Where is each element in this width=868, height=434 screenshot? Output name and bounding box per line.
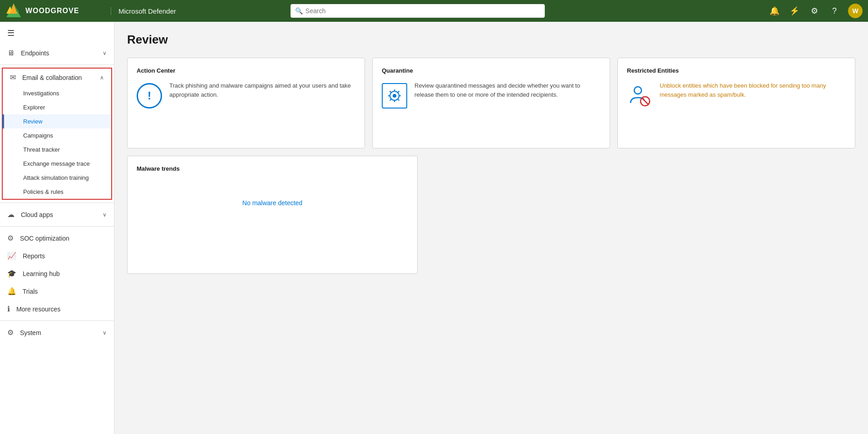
hamburger-menu-button[interactable]: ☰ [0,22,22,44]
more-resources-label: More resources [16,306,60,313]
help-button[interactable]: ? [828,5,841,17]
trials-label: Trials [23,288,38,295]
logo-area: WOODGROVE [5,3,105,19]
search-icon: 🔍 [295,7,303,15]
divider-3 [0,226,114,227]
blocked-user-icon [627,83,652,108]
trials-icon: 🔔 [7,287,16,295]
main-content: Review Action Center ! Track phishing an… [114,22,868,434]
cards-row-bottom: Malware trends No malware detected [127,156,855,274]
settings-button[interactable]: ⚙ [808,5,821,17]
search-box[interactable]: 🔍 [291,4,545,18]
restricted-entities-description: Unblock entities which have been blocked… [660,81,846,99]
sidebar-item-policies-rules[interactable]: Policies & rules [3,185,111,199]
action-center-card: Action Center ! Track phishing and malwa… [127,58,365,148]
soc-label: SOC optimization [20,235,69,242]
quarantine-card: Quarantine [372,58,610,148]
no-malware-text: No malware detected [137,199,408,207]
email-chevron-icon: ∧ [100,74,104,81]
cloud-apps-label: Cloud apps [21,211,53,218]
restricted-entities-icon [627,83,652,110]
divider-4 [0,321,114,321]
quarantine-icon [382,83,407,108]
restricted-entities-card: Restricted Entities Unblock entities whi… [617,58,855,148]
woodgrove-logo-icon [5,3,22,19]
topnav-icon-group: 🔔 ⚡ ⚙ ? W [768,4,863,18]
reports-label: Reports [23,252,45,260]
exclamation-circle-icon: ! [137,83,162,108]
system-icon: ⚙ [7,329,14,336]
sidebar-cloud-apps-toggle[interactable]: ☁ Cloud apps ∨ [0,206,114,223]
soc-icon: ⚙ [7,234,14,242]
system-chevron-icon: ∨ [103,330,107,336]
svg-line-11 [398,99,399,101]
learning-hub-label: Learning hub [23,270,60,277]
sidebar-item-investigations[interactable]: Investigations [3,86,111,100]
cloud-apps-icon: ☁ [7,211,15,218]
sidebar-item-learning-hub[interactable]: 🎓 Learning hub [0,265,114,282]
user-avatar[interactable]: W [848,4,863,18]
svg-point-5 [393,94,396,98]
page-title: Review [127,33,855,47]
svg-line-13 [390,99,391,101]
reports-icon: 📈 [7,252,16,260]
virus-icon [382,83,407,108]
more-resources-icon: ℹ [7,305,10,313]
logo-text: WOODGROVE [25,7,79,15]
system-label: System [20,329,41,336]
sidebar-item-explorer[interactable]: Explorer [3,100,111,114]
sidebar-system-toggle[interactable]: ⚙ System ∨ [0,324,114,341]
endpoints-label: Endpoints [21,49,49,57]
sidebar-email-collaboration-section: ✉ Email & collaboration ∧ Investigations… [2,68,112,200]
restricted-entities-body: Unblock entities which have been blocked… [627,81,846,110]
endpoints-chevron-icon: ∨ [103,50,107,56]
malware-trends-card: Malware trends No malware detected [127,156,418,274]
malware-trends-title: Malware trends [137,165,408,172]
sidebar-section-system: ⚙ System ∨ [0,324,114,341]
divider-1 [0,64,114,65]
main-layout: ☰ 🖥 Endpoints ∨ ✉ Email & collaboration … [0,22,868,434]
sidebar-item-threat-tracker[interactable]: Threat tracker [3,143,111,157]
quarantine-description: Review quarantined messages and decide w… [414,81,601,99]
sidebar-section-endpoints: 🖥 Endpoints ∨ [0,44,114,62]
divider-2 [0,202,114,203]
sidebar-item-trials[interactable]: 🔔 Trials [0,282,114,300]
sidebar-endpoints-toggle[interactable]: 🖥 Endpoints ∨ [0,44,114,62]
notification-bell-button[interactable]: 🔔 [768,5,781,17]
action-center-title: Action Center [137,67,355,74]
restricted-entities-title: Restricted Entities [627,67,846,74]
sidebar-item-reports[interactable]: 📈 Reports [0,247,114,265]
svg-line-10 [390,91,391,93]
sidebar-item-attack-simulation-training[interactable]: Attack simulation training [3,171,111,185]
quarantine-title: Quarantine [382,67,601,74]
connections-button[interactable]: ⚡ [788,5,801,17]
sidebar: ☰ 🖥 Endpoints ∨ ✉ Email & collaboration … [0,22,114,434]
top-navigation: WOODGROVE Microsoft Defender 🔍 🔔 ⚡ ⚙ ? W [0,0,868,22]
action-center-body: ! Track phishing and malware campaigns a… [137,81,355,108]
svg-line-16 [642,98,648,104]
sidebar-item-more-resources[interactable]: ℹ More resources [0,300,114,318]
cloud-apps-chevron-icon: ∨ [103,212,107,218]
sidebar-email-collaboration-toggle[interactable]: ✉ Email & collaboration ∧ [3,69,111,86]
sidebar-item-campaigns[interactable]: Campaigns [3,128,111,143]
quarantine-svg-icon [386,88,403,104]
learning-hub-icon: 🎓 [7,270,16,277]
sidebar-item-review[interactable]: Review [3,114,111,128]
action-center-icon: ! [137,83,162,108]
email-icon: ✉ [10,74,16,81]
sidebar-section-cloud-apps: ☁ Cloud apps ∨ [0,206,114,223]
sidebar-item-soc-optimization[interactable]: ⚙ SOC optimization [0,229,114,247]
cards-row-top: Action Center ! Track phishing and malwa… [127,58,855,148]
action-center-description: Track phishing and malware campaigns aim… [169,81,355,99]
search-input[interactable] [306,7,540,15]
sidebar-item-exchange-message-trace[interactable]: Exchange message trace [3,157,111,171]
app-title: Microsoft Defender [111,7,176,15]
email-collaboration-label: Email & collaboration [22,74,82,81]
svg-point-14 [634,87,641,94]
quarantine-body: Review quarantined messages and decide w… [382,81,601,108]
endpoints-icon: 🖥 [7,49,15,57]
svg-line-12 [398,91,399,93]
